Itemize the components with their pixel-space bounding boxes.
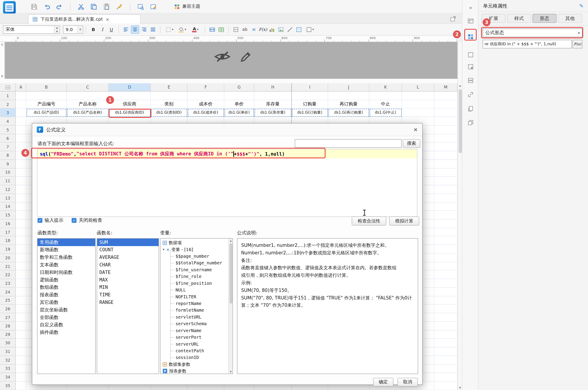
cell-C2[interactable]: 产品名称 (67, 100, 109, 108)
hyperlink-button[interactable] (466, 90, 475, 99)
props-tab[interactable]: 其他 (558, 14, 582, 23)
font-family-select[interactable]: 宋体 ▲▼ (3, 25, 60, 34)
cell-M29[interactable] (434, 330, 457, 339)
column-header-B[interactable]: B (26, 83, 67, 92)
cell-E3[interactable]: ds1.G(类别ID) (151, 108, 187, 117)
row-header-18[interactable]: 18 (0, 237, 16, 245)
function-type-item[interactable]: 日期和时间函数 (38, 269, 95, 276)
function-type-list[interactable]: 常用函数新增函数数学和三角函数文本函数日期和时间函数逻辑函数数组函数报表函数其它… (37, 238, 96, 374)
cell-A32[interactable] (16, 356, 26, 364)
ok-button[interactable]: 确定 (373, 378, 393, 387)
column-header-J[interactable]: J (328, 83, 369, 92)
report-block-button[interactable] (295, 25, 303, 34)
cell-M4[interactable] (434, 117, 457, 126)
cell-A17[interactable] (16, 228, 26, 236)
insert-formula-button[interactable]: F(x) (259, 25, 267, 34)
variables-tree-box[interactable]: 数据项▾✕变量 - [16]$$page_number$$totalPage_n… (160, 238, 233, 374)
page-setup-button[interactable] (232, 25, 240, 34)
function-type-item[interactable]: 其它函数 (38, 298, 95, 306)
edit-icon[interactable]: ✎ (579, 3, 584, 9)
props-tab[interactable]: 形态 (533, 14, 556, 23)
cell-A25[interactable] (16, 296, 26, 305)
variable-tree-item[interactable]: servletURL (160, 314, 228, 320)
cell-A9[interactable] (16, 160, 26, 168)
scrollbar-thumb[interactable] (458, 89, 462, 153)
align-right-button[interactable] (140, 25, 148, 34)
cell-A19[interactable] (16, 245, 26, 253)
cell-H2[interactable]: 库存量 (254, 100, 292, 108)
cell-J2[interactable]: 再订购量 (328, 100, 369, 108)
row-header-34[interactable]: 34 (0, 373, 16, 381)
text-widget-button[interactable]: ab (241, 25, 249, 34)
row-header-28[interactable]: 28 (0, 322, 16, 330)
variable-tree-item[interactable]: $$totalPage_number (160, 260, 228, 266)
column-header-A[interactable]: A (16, 83, 26, 92)
app-logo-icon[interactable] (3, 1, 16, 14)
format-painter-button[interactable] (114, 2, 124, 11)
column-header-I[interactable]: I (292, 83, 328, 92)
widget-settings-button[interactable] (466, 62, 475, 71)
variable-tree-item[interactable]: serverURL (160, 341, 228, 347)
variable-tree-item[interactable]: P报表参数 (160, 368, 228, 374)
column-header-M[interactable]: M (434, 83, 457, 92)
cell-M9[interactable] (434, 160, 457, 168)
cancel-button[interactable]: 取消 (397, 378, 418, 387)
document-tab[interactable]: 下拉复选框多选...解决方案.cpt × (28, 14, 141, 24)
cell-M11[interactable] (434, 177, 457, 185)
undo-button[interactable] (42, 2, 52, 11)
tree-expand-icon[interactable]: ▾ (163, 247, 164, 251)
close-icon[interactable]: ✕ (413, 127, 418, 133)
props-tab[interactable]: 样式 (507, 14, 531, 23)
function-type-item[interactable]: 新增函数 (38, 246, 95, 254)
scroll-down-icon[interactable]: ▼ (458, 386, 462, 390)
row-header-17[interactable]: 17 (0, 228, 16, 236)
cell-A34[interactable] (16, 373, 26, 381)
cell-M23[interactable] (434, 279, 457, 288)
row-header-25[interactable]: 25 (0, 296, 16, 305)
column-header-H[interactable]: H (254, 83, 292, 92)
cell-D2[interactable]: 供应商 (109, 100, 151, 108)
row-header-32[interactable]: 32 (0, 356, 16, 364)
cell-M35[interactable] (434, 382, 457, 390)
cell-M27[interactable] (434, 313, 457, 322)
cell-M15[interactable] (434, 211, 457, 219)
align-center-button[interactable] (131, 25, 139, 34)
variable-tree-item[interactable]: NULL (160, 287, 228, 293)
cell-F1[interactable] (187, 92, 224, 100)
edit-pencil-icon[interactable] (239, 50, 252, 64)
cell-M16[interactable] (434, 220, 457, 228)
vertical-scrollbar[interactable]: ▲ ▼ (457, 42, 462, 390)
cell-locate-button[interactable] (136, 2, 145, 11)
row-header-11[interactable]: 11 (0, 177, 16, 185)
row-header-22[interactable]: 22 (0, 271, 16, 279)
row-header-7[interactable]: 7 (0, 143, 16, 151)
scroll-up-icon[interactable]: ▲ (229, 239, 233, 243)
compatible-theme-button[interactable]: 兼容主题 (171, 2, 203, 11)
tree-scrollbar[interactable]: ▲ ▼ (228, 239, 232, 374)
dialog-titlebar[interactable]: F 公式定义 ✕ (32, 123, 422, 136)
function-name-list[interactable]: SUMCOUNTAVERAGECHARDATEMAXMINTIMERANGE (97, 238, 159, 374)
function-name-item[interactable]: TIME (97, 291, 159, 298)
row-header-3[interactable]: 3 (0, 108, 16, 117)
cell-M18[interactable] (434, 237, 457, 245)
copy-button[interactable] (89, 2, 99, 11)
cell-M10[interactable] (434, 168, 457, 177)
align-left-button[interactable] (122, 25, 130, 34)
row-header-29[interactable]: 29 (0, 330, 16, 339)
function-type-item[interactable]: 报表函数 (38, 291, 95, 298)
row-header-16[interactable]: 16 (0, 220, 16, 228)
font-color-button[interactable]: A▾ (189, 25, 202, 34)
cell-M12[interactable] (434, 185, 457, 194)
cell-A10[interactable] (16, 168, 26, 177)
cell-M21[interactable] (434, 262, 457, 271)
italic-button[interactable]: I (98, 25, 106, 34)
cell-A4[interactable] (16, 117, 26, 126)
row-header-4[interactable]: 4 (0, 117, 16, 126)
cell-A29[interactable] (16, 330, 26, 339)
split-cells-button[interactable] (217, 25, 226, 34)
variable-tree-item[interactable]: NOFILTER (160, 293, 228, 300)
row-header-8[interactable]: 8 (0, 151, 16, 160)
row-header-9[interactable]: 9 (0, 160, 16, 168)
variable-tree-item[interactable]: serverPort (160, 334, 228, 341)
column-header-E[interactable]: E (151, 83, 187, 92)
